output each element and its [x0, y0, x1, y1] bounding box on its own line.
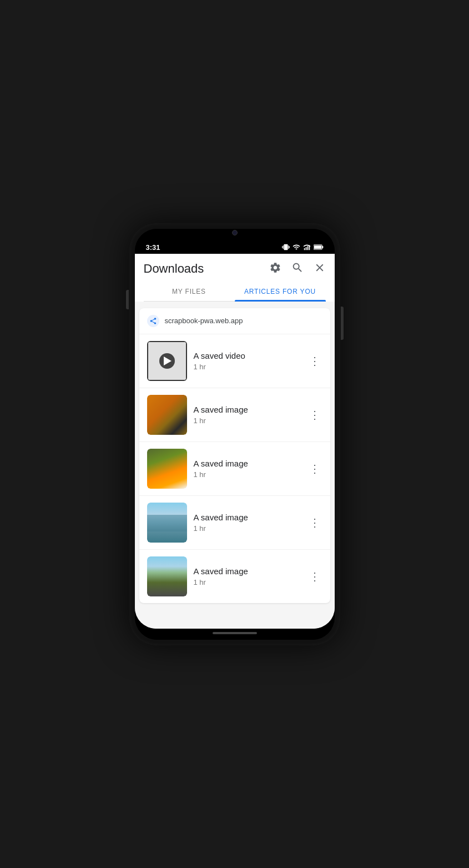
status-bar: 3:31 — [135, 239, 335, 254]
video-thumbnail — [147, 341, 187, 381]
item-meta: 1 hr — [194, 417, 300, 425]
svg-rect-0 — [304, 248, 305, 250]
image-orange — [147, 395, 187, 435]
tab-articles-for-you[interactable]: ARTICLES FOR YOU — [235, 282, 326, 301]
signal-icon — [303, 243, 311, 251]
svg-rect-2 — [307, 246, 308, 250]
svg-rect-1 — [305, 247, 306, 250]
item-thumbnail-orange — [147, 395, 187, 435]
notch-area — [135, 229, 335, 239]
item-title: A saved image — [194, 459, 300, 468]
item-info: A saved image 1 hr — [194, 405, 300, 425]
status-time: 3:31 — [146, 243, 160, 252]
list-item: A saved video 1 hr ⋮ — [139, 334, 330, 388]
item-info: A saved image 1 hr — [194, 459, 300, 479]
play-triangle-icon — [164, 357, 172, 365]
tab-my-files[interactable]: MY FILES — [144, 282, 235, 301]
content-area[interactable]: scrapbook-pwa.web.app A saved — [135, 302, 335, 629]
svg-rect-5 — [322, 246, 323, 248]
status-icons — [282, 243, 324, 251]
image-water — [147, 503, 187, 543]
image-food — [147, 449, 187, 489]
item-thumbnail-video — [147, 341, 187, 381]
battery-icon — [314, 244, 324, 250]
item-thumbnail-water — [147, 503, 187, 543]
item-meta: 1 hr — [194, 524, 300, 533]
item-more-button[interactable]: ⋮ — [307, 569, 322, 584]
header-top: Downloads — [144, 262, 326, 277]
item-meta: 1 hr — [194, 578, 300, 586]
tabs-bar: MY FILES ARTICLES FOR YOU — [144, 282, 326, 302]
item-title: A saved image — [194, 405, 300, 414]
header-actions — [269, 262, 326, 277]
vibrate-icon — [282, 243, 290, 251]
list-item: A saved image 1 hr ⋮ — [139, 388, 330, 442]
image-trees — [147, 556, 187, 596]
source-name: scrapbook-pwa.web.app — [165, 317, 243, 325]
wifi-icon — [293, 243, 300, 251]
item-title: A saved image — [194, 566, 300, 576]
phone-device: 3:31 — [129, 223, 340, 645]
home-bar — [213, 632, 257, 634]
item-more-button[interactable]: ⋮ — [307, 353, 322, 369]
page-title: Downloads — [144, 262, 204, 276]
item-more-button[interactable]: ⋮ — [307, 407, 322, 423]
item-info: A saved image 1 hr — [194, 566, 300, 586]
home-indicator — [135, 629, 335, 640]
item-info: A saved video 1 hr — [194, 351, 300, 371]
item-thumbnail-food — [147, 449, 187, 489]
source-share-icon — [147, 315, 159, 327]
play-button — [159, 353, 175, 369]
source-header: scrapbook-pwa.web.app — [139, 308, 330, 334]
svg-rect-3 — [309, 245, 310, 250]
item-thumbnail-trees — [147, 556, 187, 596]
phone-screen: 3:31 — [135, 229, 335, 640]
item-info: A saved image 1 hr — [194, 513, 300, 533]
item-meta: 1 hr — [194, 470, 300, 479]
close-icon[interactable] — [314, 262, 326, 277]
item-more-button[interactable]: ⋮ — [307, 515, 322, 530]
list-item: A saved image 1 hr ⋮ — [139, 550, 330, 603]
list-item: A saved image 1 hr ⋮ — [139, 496, 330, 550]
camera-dot — [232, 230, 238, 235]
app-header: Downloads — [135, 254, 335, 302]
item-meta: 1 hr — [194, 363, 300, 371]
item-title: A saved image — [194, 513, 300, 522]
svg-rect-6 — [314, 245, 321, 249]
source-card: scrapbook-pwa.web.app A saved — [139, 308, 330, 603]
list-item: A saved image 1 hr ⋮ — [139, 442, 330, 496]
search-icon[interactable] — [291, 262, 304, 277]
item-more-button[interactable]: ⋮ — [307, 461, 322, 476]
app-screen: Downloads — [135, 254, 335, 629]
item-title: A saved video — [194, 351, 300, 360]
settings-icon[interactable] — [269, 262, 281, 277]
